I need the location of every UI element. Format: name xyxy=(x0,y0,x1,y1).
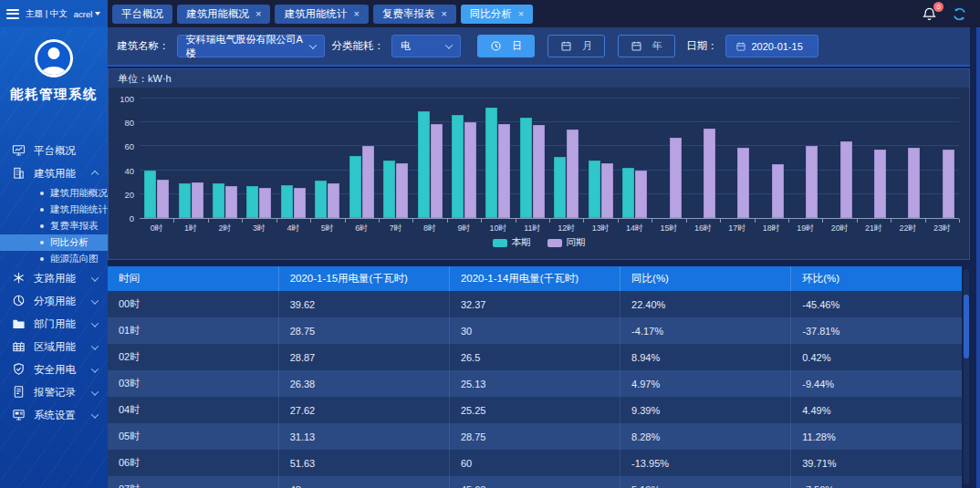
legend-label: 同期 xyxy=(567,236,586,249)
refresh-icon[interactable] xyxy=(952,6,967,22)
sidebar-subitem[interactable]: 建筑用能统计 xyxy=(0,202,108,218)
table-cell: 9.39% xyxy=(620,397,791,423)
x-axis-tick-label: 15时 xyxy=(661,223,678,234)
monitor-icon xyxy=(12,143,26,159)
sidebar-item[interactable]: 安全用电 xyxy=(0,358,108,381)
table-cell: 8.28% xyxy=(620,423,791,450)
bar-group: 12时 xyxy=(549,99,583,218)
sidebar-item[interactable]: 报警记录 xyxy=(0,381,108,404)
bar-group: 9时 xyxy=(447,99,481,218)
bar-group: 1时 xyxy=(173,99,207,218)
chevron-down-icon xyxy=(91,274,99,281)
table-cell: -13.95% xyxy=(620,450,791,476)
main-content: 建筑名称： 安科瑞电气股份有限公司A楼 分类能耗： 电 日月年 日期： 2020… xyxy=(108,27,980,488)
close-icon[interactable]: × xyxy=(353,9,359,19)
bar-previous xyxy=(635,171,647,218)
table-column-header: 2020-1-15用电量(千瓦时) xyxy=(278,266,449,291)
close-icon[interactable]: × xyxy=(441,9,446,19)
period-button-年[interactable]: 年 xyxy=(618,35,675,57)
chevron-down-icon xyxy=(91,365,99,372)
y-axis-tick-label: 0 xyxy=(112,213,134,223)
locale-label[interactable]: 主题 | 中文 xyxy=(26,8,68,20)
bar-group: 2时 xyxy=(208,99,242,218)
bar-group: 15时 xyxy=(652,99,685,218)
bar-current xyxy=(520,118,532,218)
legend-item[interactable]: 同期 xyxy=(547,236,586,249)
sidebar-item[interactable]: 系统设置 xyxy=(0,404,108,427)
sidebar-item[interactable]: 区域用能 xyxy=(0,336,108,358)
calendar-icon xyxy=(735,41,746,52)
table-row: 01时28.7530-4.17%-37.81% xyxy=(108,317,962,344)
bar-previous xyxy=(498,124,510,218)
topbar-tab[interactable]: 同比分析× xyxy=(461,5,533,24)
y-axis-tick-label: 100 xyxy=(112,94,134,104)
topbar-tab[interactable]: 建筑用能概况× xyxy=(177,5,270,24)
x-axis-tick-label: 13时 xyxy=(592,223,610,234)
period-button-label: 年 xyxy=(652,39,662,53)
report-icon xyxy=(12,385,26,400)
building-select[interactable]: 安科瑞电气股份有限公司A楼 xyxy=(177,35,325,57)
bar-group: 5时 xyxy=(310,99,344,218)
bar-group: 7时 xyxy=(379,99,412,218)
table-cell: 05时 xyxy=(108,423,278,450)
period-button-日[interactable]: 日 xyxy=(477,35,535,57)
close-icon[interactable]: × xyxy=(518,9,524,19)
bar-group: 21时 xyxy=(857,99,891,218)
bar-previous xyxy=(567,130,579,218)
legend-item[interactable]: 本期 xyxy=(493,236,531,249)
side-menu: 平台概况建筑用能建筑用能概况建筑用能统计复费率报表同比分析能源流向图支路用能分项… xyxy=(0,140,108,427)
sidebar-subitem[interactable]: 同比分析 xyxy=(0,234,108,251)
topbar-tab[interactable]: 平台概况 xyxy=(112,5,172,24)
sidebar-item[interactable]: 平台概况 xyxy=(0,140,108,162)
sidebar-item-label: 报警记录 xyxy=(34,386,76,400)
sidebar-item-label: 平台概况 xyxy=(34,144,76,158)
user-avatar-icon[interactable] xyxy=(35,39,73,78)
user-menu[interactable]: acrel xyxy=(74,9,101,19)
date-input[interactable]: 2020-01-15 xyxy=(725,35,818,57)
sidebar-item[interactable]: 部门用能 xyxy=(0,313,108,336)
user-name: acrel xyxy=(74,9,93,19)
topbar-tab[interactable]: 建筑用能统计× xyxy=(275,5,368,24)
sidebar-item[interactable]: 建筑用能 xyxy=(0,162,108,185)
folder-icon xyxy=(12,317,26,332)
close-icon[interactable]: × xyxy=(255,9,261,19)
chevron-down-icon xyxy=(445,41,453,48)
bar-previous xyxy=(294,188,306,218)
legend-swatch xyxy=(547,239,562,247)
x-axis-tick-label: 9时 xyxy=(457,223,470,234)
settings-icon xyxy=(12,408,26,423)
sidebar-subitem-label: 建筑用能概况 xyxy=(50,187,108,200)
x-axis-tick-label: 7时 xyxy=(390,223,402,234)
category-select[interactable]: 电 xyxy=(391,35,461,57)
bar-group: 18时 xyxy=(755,99,788,218)
topbar-tab[interactable]: 复费率报表× xyxy=(373,5,456,24)
table-cell: 02时 xyxy=(108,344,278,370)
table-cell: 27.62 xyxy=(278,397,449,423)
app-title: 能耗管理系统 xyxy=(0,86,108,103)
table-cell: -45.46% xyxy=(791,291,962,317)
sidebar-subitem-label: 复费率报表 xyxy=(50,220,99,233)
sidebar-item[interactable]: 分项用能 xyxy=(0,290,108,313)
sidebar-subitem[interactable]: 建筑用能概况 xyxy=(0,185,108,202)
table-cell: -7.56% xyxy=(791,476,962,488)
x-axis-tick-label: 10时 xyxy=(489,223,506,234)
bar-group: 10时 xyxy=(481,99,515,218)
bar-group: 3时 xyxy=(242,99,276,218)
topbar-actions: 0 xyxy=(922,6,980,22)
table-scrollbar[interactable] xyxy=(964,269,969,484)
tab-label: 平台概况 xyxy=(121,7,163,21)
hamburger-icon[interactable] xyxy=(6,9,19,19)
table-cell: 31.13 xyxy=(278,423,449,450)
sidebar-item[interactable]: 支路用能 xyxy=(0,267,108,290)
bar-chart: 0204060801000时1时2时3时4时5时6时7时8时9时10时11时12… xyxy=(140,99,959,219)
sidebar-subitem[interactable]: 能源流向图 xyxy=(0,251,108,267)
bar-previous xyxy=(259,188,271,218)
bar-previous xyxy=(908,148,920,218)
sidebar-subitem[interactable]: 复费率报表 xyxy=(0,218,108,234)
period-button-月[interactable]: 月 xyxy=(547,35,605,57)
y-axis-tick-label: 80 xyxy=(112,118,134,128)
notification-bell-icon[interactable]: 0 xyxy=(922,6,937,22)
topbar-brand-section: 主题 | 中文 acrel xyxy=(0,0,108,27)
bar-current xyxy=(281,185,293,218)
scrollbar-thumb[interactable] xyxy=(964,295,969,358)
